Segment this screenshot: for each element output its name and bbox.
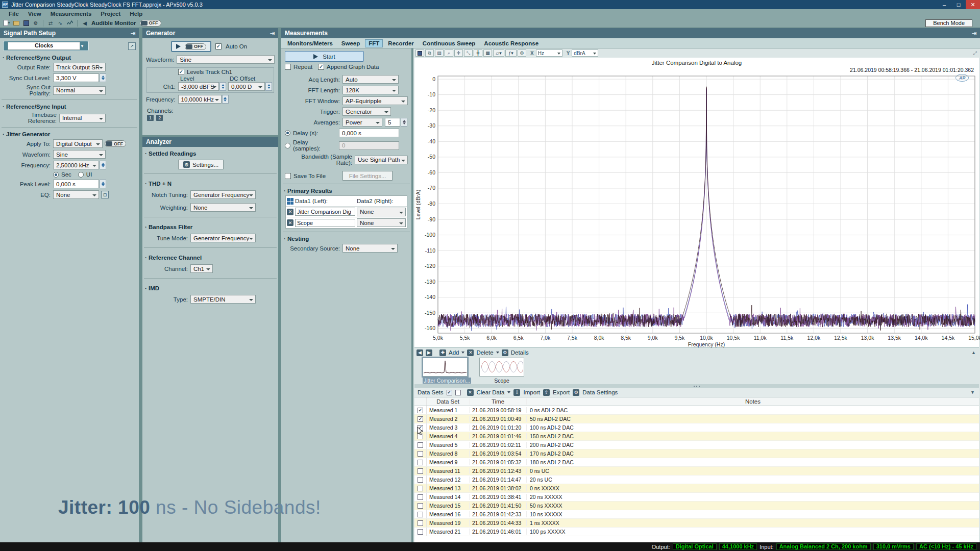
averages-count-input[interactable]: 5 <box>385 118 400 127</box>
data1-result-input[interactable] <box>295 219 355 227</box>
maximize-button[interactable]: □ <box>951 0 966 9</box>
graph-table-icon[interactable]: ▦ <box>483 49 492 57</box>
graph-expand-icon[interactable]: ⤢ <box>973 51 977 56</box>
channel-dropdown[interactable]: Ch1 <box>190 264 213 273</box>
next-result-icon[interactable]: ▶ <box>426 349 432 356</box>
generator-on-off-button[interactable]: OFF <box>171 41 211 52</box>
channel-1-button[interactable]: 1 <box>147 115 154 121</box>
details-gear-icon[interactable]: ⚙ <box>502 349 508 356</box>
table-row[interactable]: Measured 1221.06.2019 01:14:4720 ns UC <box>414 475 979 484</box>
dc-offset-spinner[interactable] <box>265 82 272 91</box>
monitor-graph-icon[interactable] <box>66 19 74 27</box>
channel-2-button[interactable]: 2 <box>156 115 163 121</box>
fft-window-dropdown[interactable]: AP-Equiripple <box>342 96 408 105</box>
file-settings-button[interactable]: File Settings... <box>342 171 393 181</box>
gen-frequency-spinner[interactable] <box>222 95 229 104</box>
table-row[interactable]: Measured 1121.06.2019 01:12:430 ns UC <box>414 467 979 475</box>
open-project-icon[interactable] <box>12 19 20 27</box>
imd-type-dropdown[interactable]: SMPTE/DIN <box>190 295 256 304</box>
settings-gear-icon[interactable]: ⚙ <box>32 19 40 27</box>
graph-fit-icon[interactable]: ⤡ <box>464 49 473 57</box>
x-unit-dropdown[interactable]: Hz <box>536 49 562 57</box>
column-time[interactable]: Time <box>470 398 527 405</box>
gen-waveform-dropdown[interactable]: Sine <box>177 55 275 64</box>
thumbnail-scope[interactable]: Scope <box>479 358 524 384</box>
weighting-dropdown[interactable]: None <box>190 203 256 212</box>
tab-recorder[interactable]: Recorder <box>384 39 418 47</box>
tab-acoustic-response[interactable]: Acoustic Response <box>480 39 542 47</box>
export-label[interactable]: Export <box>553 389 570 395</box>
open-in-window-icon[interactable]: ↗ <box>128 42 136 50</box>
peak-level-spinner[interactable] <box>100 180 106 188</box>
ch1-level-combo[interactable]: -3,000 dBFS <box>178 82 219 91</box>
tune-mode-dropdown[interactable]: Generator Frequency <box>190 234 256 242</box>
dataset-checkbox[interactable] <box>418 503 423 509</box>
dataset-checkbox[interactable] <box>418 512 423 517</box>
graph-copy-icon[interactable]: ⧉ <box>425 49 434 57</box>
secondary-source-dropdown[interactable]: None <box>342 244 398 253</box>
table-row[interactable]: Measured 1421.06.2019 01:38:4120 ns XXXX… <box>414 493 979 502</box>
import-icon[interactable]: ⇩ <box>513 389 520 396</box>
delay-s-radio[interactable] <box>285 130 290 136</box>
panel-splitter[interactable] <box>414 384 979 388</box>
delay-samples-radio[interactable] <box>285 143 290 148</box>
graph-zoom-icon[interactable]: ⌕ <box>445 49 453 57</box>
prev-result-icon[interactable]: ◀ <box>416 349 423 356</box>
table-row[interactable]: Measured 521.06.2019 01:02:11200 ns ADI-… <box>414 441 979 449</box>
column-data-set[interactable]: Data Set <box>427 398 470 405</box>
y-unit-dropdown[interactable]: dBrA <box>572 49 598 57</box>
timebase-reference-dropdown[interactable]: Internal <box>59 114 106 122</box>
data2-result-dropdown[interactable]: None <box>357 208 406 216</box>
export-icon[interactable]: ⇧ <box>543 389 550 396</box>
menu-help[interactable]: Help <box>125 11 147 17</box>
table-row[interactable]: Measured 421.06.2019 01:01:46150 ns ADI-… <box>414 432 979 441</box>
menu-view[interactable]: View <box>23 11 46 17</box>
data-settings-label[interactable]: Data Settings <box>582 389 618 395</box>
bench-mode-button[interactable]: Bench Mode <box>925 19 972 27</box>
output-rate-dropdown[interactable]: Track Output SR <box>53 63 106 71</box>
clear-data-icon[interactable]: ✕ <box>467 389 474 396</box>
settled-settings-button[interactable]: ⚙Settings... <box>178 160 224 169</box>
dataset-checkbox[interactable] <box>418 520 423 526</box>
acq-length-dropdown[interactable]: Auto <box>342 75 399 84</box>
table-row[interactable]: ✓Measured 121.06.2019 00:58:190 ns ADI-2… <box>414 406 979 415</box>
dataset-checkbox[interactable] <box>418 451 423 457</box>
notch-tuning-dropdown[interactable]: Generator Frequency <box>190 190 256 199</box>
clear-data-label[interactable]: Clear Data <box>477 389 505 395</box>
generator-off-toggle[interactable]: OFF <box>185 43 206 50</box>
trigger-dropdown[interactable]: Generator <box>342 107 391 116</box>
graph-save-icon[interactable] <box>415 49 424 57</box>
table-row[interactable]: Measured 2121.06.2019 01:46:01100 ps XXX… <box>414 528 979 536</box>
audible-monitor-toggle[interactable]: OFF <box>140 20 161 27</box>
column-notes[interactable]: Notes <box>527 398 979 405</box>
levels-track-checkbox[interactable]: ✓ <box>178 69 184 75</box>
averages-count-spinner[interactable] <box>401 118 407 127</box>
uncheck-all-icon[interactable] <box>455 390 461 395</box>
apply-to-dropdown[interactable]: Digital Output <box>53 139 103 148</box>
collapse-thumbnails-icon[interactable]: ▲ <box>971 350 976 355</box>
fft-length-dropdown[interactable]: 128K <box>342 86 399 94</box>
jitter-frequency-combo[interactable]: 2,50000 kHz <box>53 161 99 169</box>
sec-radio[interactable] <box>53 172 59 178</box>
check-all-icon[interactable]: ✓ <box>447 390 452 395</box>
dc-offset-combo[interactable]: 0,000 D <box>228 82 265 91</box>
table-row[interactable]: Measured 1321.06.2019 01:38:020 ns XXXXX <box>414 484 979 493</box>
graph-pan-icon[interactable]: ✛ <box>454 49 463 57</box>
table-row[interactable]: Measured 921.06.2019 01:05:32180 ns ADI-… <box>414 458 979 467</box>
gen-frequency-combo[interactable]: 10,0000 kHz <box>178 95 222 104</box>
menu-file[interactable]: File <box>4 11 23 17</box>
ui-radio[interactable] <box>78 172 84 178</box>
graph-print-icon[interactable]: ▤ <box>435 49 444 57</box>
graph-center-icon[interactable]: ╋ <box>474 49 482 57</box>
data-settings-gear-icon[interactable]: ⚙ <box>573 389 579 396</box>
panel-pin-icon[interactable]: ⇥ <box>131 30 135 37</box>
new-project-icon[interactable]: ▾ <box>3 19 11 27</box>
peak-level-input[interactable]: 0,000 s <box>53 180 99 188</box>
graph-cursor-dropdown-icon[interactable]: ▱▾ <box>493 49 504 57</box>
menu-measurements[interactable]: Measurements <box>46 11 96 17</box>
dataset-checkbox[interactable] <box>418 486 423 491</box>
append-graph-checkbox[interactable]: ✓ <box>318 64 324 70</box>
table-row[interactable]: Measured 1521.06.2019 01:41:5050 ns XXXX… <box>414 502 979 510</box>
minimize-button[interactable]: – <box>937 0 951 9</box>
dataset-checkbox[interactable] <box>418 529 423 535</box>
